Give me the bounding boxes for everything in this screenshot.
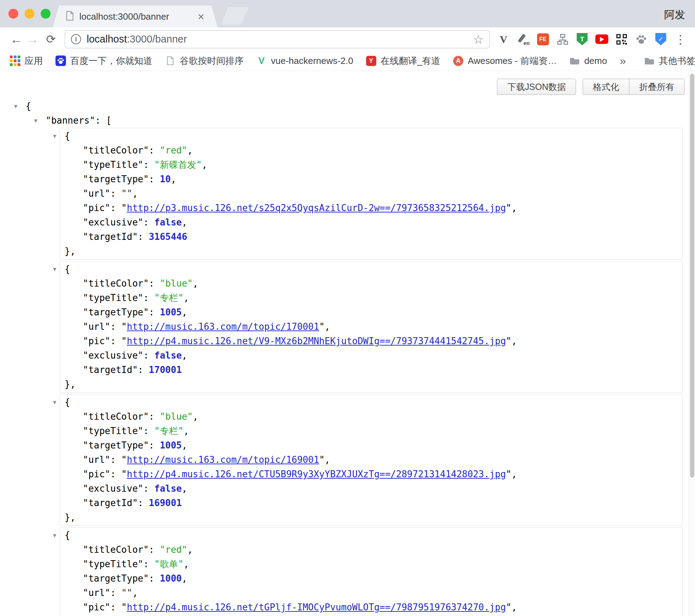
youtube-extension-icon[interactable] (595, 33, 608, 46)
play-icon (595, 34, 608, 44)
vimium-extension-icon[interactable]: V (497, 33, 510, 46)
address-bar[interactable]: i localhost:3000/banner ☆ (65, 30, 490, 48)
paw-extension-icon[interactable] (635, 33, 648, 46)
json-tree: ▼{▼"banners": [▼{"titleColor": "red","ty… (0, 99, 687, 616)
collapse-toggle-icon[interactable]: ▼ (53, 528, 57, 543)
json-punct: : (143, 350, 154, 361)
json-punct: " (121, 469, 127, 479)
bookmarks-overflow-icon[interactable]: » (620, 54, 626, 67)
url-text[interactable]: localhost:3000/banner (87, 33, 187, 45)
bookmark-google-sort[interactable]: 谷歌按时间排序 (165, 55, 244, 67)
reload-icon[interactable]: ⟳ (43, 33, 59, 45)
format-button[interactable]: 格式化 (583, 79, 629, 95)
json-punct: " (506, 469, 511, 479)
profile-name[interactable]: 阿发 (664, 8, 685, 22)
collapse-toggle-icon[interactable]: ▼ (14, 99, 18, 113)
json-key: "targetType" (83, 307, 149, 317)
other-bookmarks-folder[interactable]: 其他书签 (644, 55, 695, 67)
collapse-toggle-icon[interactable]: ▼ (53, 262, 57, 276)
close-tab-icon[interactable]: × (198, 11, 204, 22)
org-chart-extension-icon[interactable] (556, 33, 569, 46)
json-punct: : (149, 544, 160, 555)
json-line: "titleColor": "blue", (60, 276, 682, 291)
json-line: ▼{ (60, 262, 682, 276)
json-line: "targetType": 1005, (60, 305, 682, 320)
json-string: "blue" (160, 278, 193, 289)
json-string: "blue" (160, 411, 193, 422)
json-punct: " (506, 602, 511, 612)
bookmark-awesomes[interactable]: A Awesomes - 前端资… (453, 55, 557, 67)
bookmark-demo-folder[interactable]: demo (569, 55, 607, 66)
json-key: "pic" (83, 336, 110, 346)
json-punct: }, (65, 246, 75, 256)
browser-menu-icon[interactable]: ⋮ (674, 33, 687, 46)
json-url-link[interactable]: http://music.163.com/m/topic/170001 (127, 321, 319, 332)
bookmark-label: demo (584, 55, 607, 66)
bookmark-label: 在线翻译_有道 (380, 55, 440, 67)
json-punct: , (187, 544, 193, 555)
bookmark-apps[interactable]: 应用 (10, 55, 43, 67)
bookmark-baidu[interactable]: 百度一下，你就知道 (55, 55, 152, 67)
close-window-button[interactable] (8, 9, 18, 19)
json-punct: , (182, 217, 187, 228)
back-icon[interactable]: ← (8, 33, 25, 46)
bookmark-youdao[interactable]: Y 在线翻译_有道 (366, 55, 440, 67)
json-url-link[interactable]: http://p3.music.126.net/s25q2x5QyqsAzilC… (127, 203, 506, 213)
json-object-box: ▼{"titleColor": "blue","typeTitle": "专栏"… (60, 394, 683, 526)
format-collapse-button-group: 格式化 折叠所有 (583, 79, 684, 95)
bookmark-star-icon[interactable]: ☆ (473, 33, 484, 45)
json-punct: : (138, 231, 149, 242)
json-url-link[interactable]: http://p4.music.126.net/CTU5B9R9y3XyYBZX… (127, 469, 506, 479)
json-punct: : (149, 278, 160, 289)
json-key: "typeTitle" (83, 559, 143, 569)
json-url-link[interactable]: http://p4.music.126.net/V9-MXz6b2MNhEKju… (127, 336, 506, 346)
green-shield-extension-icon[interactable]: T (576, 33, 589, 46)
zoom-window-button[interactable] (41, 9, 51, 19)
json-punct: : (138, 365, 149, 375)
baidu-paw-icon (55, 55, 66, 66)
json-key: "pic" (83, 469, 110, 479)
collapse-toggle-icon[interactable]: ▼ (34, 113, 38, 128)
json-number: 1005 (160, 440, 182, 451)
collapse-toggle-icon[interactable]: ▼ (53, 395, 57, 409)
json-punct: { (65, 264, 70, 274)
json-punct: , (132, 188, 138, 199)
json-line: "pic": "http://p4.music.126.net/tGPljf-I… (60, 600, 682, 615)
json-punct: : (143, 559, 154, 569)
json-punct: { (65, 131, 70, 141)
translate-pen-extension-icon[interactable]: en (517, 33, 530, 46)
vertical-scrollbar[interactable] (689, 71, 695, 616)
json-key: "pic" (83, 602, 110, 612)
json-punct: , (511, 336, 517, 346)
json-number: 1000 (160, 573, 182, 584)
json-punct: , (511, 602, 517, 612)
json-string: "专栏" (154, 293, 184, 303)
json-key: "url" (83, 454, 110, 465)
extension-icons: V en FE T (497, 33, 687, 46)
bookmark-vue-hackernews[interactable]: V vue-hackernews-2.0 (256, 55, 353, 66)
browser-tab[interactable]: localhost:3000/banner × (53, 6, 218, 27)
forward-icon[interactable]: → (25, 33, 41, 46)
json-url-link[interactable]: http://p4.music.126.net/tGPljf-IMOCyPvum… (127, 602, 506, 612)
json-punct: : (143, 426, 154, 436)
json-line: "pic": "http://p3.music.126.net/s25q2x5Q… (60, 201, 682, 215)
download-json-button[interactable]: 下载JSON数据 (497, 79, 576, 95)
json-key: "exclusive" (83, 483, 143, 494)
qr-code-extension-icon[interactable] (615, 33, 628, 46)
collapse-all-button[interactable]: 折叠所有 (629, 79, 684, 95)
new-tab-button[interactable] (221, 7, 249, 25)
json-line: ▼{ (0, 99, 687, 113)
json-punct: , (171, 174, 176, 184)
scrollbar-thumb[interactable] (690, 74, 694, 478)
json-url-link[interactable]: http://music.163.com/m/topic/169001 (127, 454, 319, 465)
json-punct: , (182, 350, 187, 361)
collapse-toggle-icon[interactable]: ▼ (53, 129, 57, 143)
minimize-window-button[interactable] (25, 9, 34, 19)
json-line: }, (60, 377, 682, 392)
blue-shield-extension-icon[interactable]: ✓ (654, 33, 667, 46)
browser-toolbar: ← → ⟳ i localhost:3000/banner ☆ V en FE … (0, 27, 695, 51)
tab-strip: localhost:3000/banner × 阿发 (0, 0, 695, 27)
page-info-icon[interactable]: i (71, 34, 81, 44)
json-punct: : (110, 336, 121, 346)
fe-extension-icon[interactable]: FE (536, 33, 549, 46)
